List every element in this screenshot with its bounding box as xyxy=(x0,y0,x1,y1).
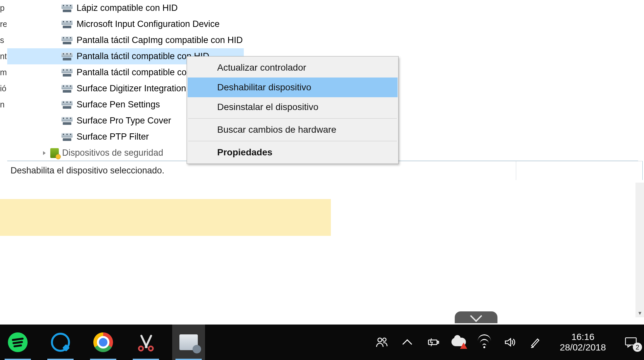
device-label: Surface Pen Settings xyxy=(77,100,160,110)
frag: nt xyxy=(0,48,7,64)
status-text: Deshabilita el dispositivo seleccionado. xyxy=(11,166,164,176)
hid-device-icon xyxy=(61,68,73,77)
svg-point-1 xyxy=(383,338,386,341)
device-item[interactable]: Microsoft Input Configuration Device xyxy=(7,16,638,32)
notification-badge: 2 xyxy=(633,343,642,352)
hid-device-icon xyxy=(61,100,73,109)
menu-scan-hardware[interactable]: Buscar cambios de hardware xyxy=(188,120,398,140)
hid-device-icon xyxy=(61,4,73,13)
security-device-icon xyxy=(50,148,59,158)
pen-input-icon[interactable] xyxy=(528,335,543,349)
wifi-icon[interactable] xyxy=(477,335,492,349)
left-truncated-pane: p re s nt m ió n xyxy=(0,0,7,181)
menu-separator xyxy=(188,118,397,119)
taskbar: 16:16 28/02/2018 2 xyxy=(0,325,644,360)
svg-rect-3 xyxy=(437,341,439,343)
device-label: Lápiz compatible con HID xyxy=(77,3,178,13)
frag: m xyxy=(0,64,7,80)
device-label: Surface Pro Type Cover xyxy=(77,116,171,126)
running-indicator xyxy=(5,359,31,360)
taskbar-app-snipping-tool[interactable] xyxy=(129,325,162,360)
action-center-icon[interactable]: 2 xyxy=(623,335,639,349)
device-label: Pantalla táctil CapImg compatible con HI… xyxy=(77,35,243,45)
svg-point-0 xyxy=(378,338,382,342)
collapse-panel-button[interactable] xyxy=(455,311,497,323)
menu-update-driver[interactable]: Actualizar controlador xyxy=(188,58,398,78)
taskbar-app-cortana[interactable] xyxy=(44,325,77,360)
hid-device-icon xyxy=(61,132,73,142)
hid-device-icon xyxy=(61,84,73,93)
device-label: Microsoft Input Configuration Device xyxy=(77,19,219,29)
cloud-icon xyxy=(451,337,466,348)
spotify-icon xyxy=(8,332,28,352)
hid-device-icon xyxy=(61,116,73,125)
search-circle-icon xyxy=(51,333,70,352)
frag: s xyxy=(0,32,7,48)
context-menu: Actualizar controlador Deshabilitar disp… xyxy=(187,56,399,164)
running-indicator xyxy=(133,359,159,360)
menu-properties[interactable]: Propiedades xyxy=(188,143,398,162)
menu-label: Buscar cambios de hardware xyxy=(217,124,336,135)
device-label: Surface PTP Filter xyxy=(77,132,149,142)
device-item[interactable]: Lápiz compatible con HID xyxy=(7,0,638,16)
expand-arrow-icon[interactable] xyxy=(42,150,47,156)
battery-charging-icon[interactable] xyxy=(426,335,440,349)
taskbar-app-chrome[interactable] xyxy=(87,325,120,360)
frag: p xyxy=(0,0,7,16)
clock-time: 16:16 xyxy=(560,332,606,342)
category-label: Dispositivos de seguridad xyxy=(62,148,163,158)
taskbar-apps xyxy=(0,325,205,360)
taskbar-app-spotify[interactable] xyxy=(1,325,34,360)
chrome-icon xyxy=(93,332,113,352)
device-label: Surface Digitizer Integration xyxy=(77,83,186,94)
onedrive-warning-icon[interactable] xyxy=(451,335,466,349)
vertical-scrollbar[interactable]: ▾ xyxy=(635,183,644,317)
hid-device-icon xyxy=(61,52,73,61)
frag: n xyxy=(0,97,7,113)
frag: re xyxy=(0,16,7,32)
tray-overflow-icon[interactable] xyxy=(400,335,415,349)
menu-uninstall-device[interactable]: Desinstalar el dispositivo xyxy=(188,97,398,117)
scissors-icon xyxy=(136,332,156,352)
device-item[interactable]: Pantalla táctil CapImg compatible con HI… xyxy=(7,32,638,48)
chevron-up-icon xyxy=(402,337,412,347)
hid-device-icon xyxy=(61,36,73,45)
people-icon[interactable] xyxy=(375,335,389,349)
running-indicator xyxy=(175,359,202,360)
running-indicator xyxy=(90,359,116,360)
menu-label: Actualizar controlador xyxy=(217,62,306,73)
wifi-arcs-icon xyxy=(477,336,492,348)
frag: ió xyxy=(0,80,7,97)
volume-icon[interactable] xyxy=(503,335,517,349)
menu-label: Propiedades xyxy=(217,147,272,158)
menu-separator xyxy=(188,141,397,141)
clock-date: 28/02/2018 xyxy=(560,342,606,353)
highlighted-panel xyxy=(0,199,331,236)
system-tray: 16:16 28/02/2018 2 xyxy=(375,325,644,360)
status-separator xyxy=(516,161,516,180)
device-manager-icon xyxy=(179,334,198,350)
scroll-down-icon[interactable]: ▾ xyxy=(635,309,644,317)
hid-device-icon xyxy=(61,20,73,29)
taskbar-app-device-manager[interactable] xyxy=(172,325,205,360)
menu-label: Deshabilitar dispositivo xyxy=(217,82,311,93)
taskbar-clock[interactable]: 16:16 28/02/2018 xyxy=(554,332,612,353)
running-indicator xyxy=(47,359,74,360)
menu-disable-device[interactable]: Deshabilitar dispositivo xyxy=(188,78,398,97)
menu-label: Desinstalar el dispositivo xyxy=(217,102,318,112)
